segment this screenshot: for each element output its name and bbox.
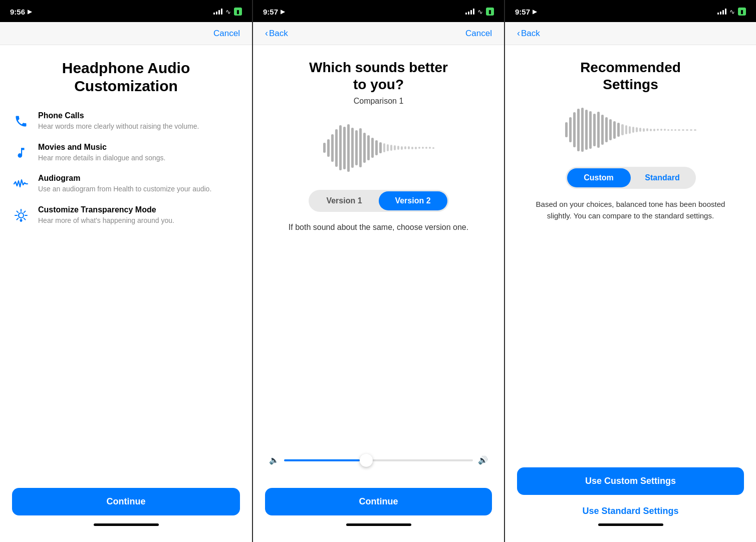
nav-bar-1: Cancel <box>0 22 252 45</box>
svg-line-6 <box>24 218 26 219</box>
volume-slider-track[interactable] <box>284 459 473 461</box>
comparison-hint: If both sound about the same, choose ver… <box>265 222 492 233</box>
svg-line-8 <box>17 218 19 219</box>
volume-slider-row: 🔈 🔊 <box>265 455 492 465</box>
status-icons-2: ∿ ▮ <box>465 8 494 16</box>
list-item: Movies and Music Hear more details in di… <box>12 143 240 163</box>
continue-button-1[interactable]: Continue <box>12 488 240 515</box>
feature-title-audiogram: Audiogram <box>38 174 211 183</box>
music-icon <box>12 144 30 162</box>
feature-desc-transparency: Hear more of what's happening around you… <box>38 216 174 226</box>
use-custom-settings-button[interactable]: Use Custom Settings <box>517 467 744 495</box>
location-icon-3: ▶ <box>533 8 537 15</box>
custom-toggle-button[interactable]: Custom <box>567 168 631 187</box>
screen2-title: Which sounds better to you? <box>265 59 492 93</box>
battery-icon-2: ▮ <box>486 8 494 16</box>
feature-text-audiogram: Audiogram Use an audiogram from Health t… <box>38 174 211 194</box>
status-time-1: 9:56 <box>10 8 25 16</box>
screen-3: 9:57 ▶ ∿ ▮ ‹ Back Recommende <box>504 0 756 542</box>
svg-point-9 <box>20 219 23 221</box>
wifi-icon-3: ∿ <box>729 8 735 16</box>
standard-toggle-button[interactable]: Standard <box>631 168 694 187</box>
screen2-content: Which sounds better to you? Comparison 1 <box>253 45 504 480</box>
phone-icon <box>12 112 30 130</box>
screen-1: 9:56 ▶ ∿ ▮ Cancel Headphone Audio Custom… <box>0 0 252 542</box>
status-time-3: 9:57 <box>515 8 530 16</box>
feature-text-phone: Phone Calls Hear words more clearly with… <box>38 111 199 132</box>
back-chevron-icon-2: ‹ <box>265 28 268 39</box>
settings-description: Based on your choices, balanced tone has… <box>517 199 744 221</box>
recommended-waveform <box>517 105 744 155</box>
signal-icon-2 <box>465 9 474 15</box>
volume-low-icon: 🔈 <box>269 455 279 465</box>
screen3-content: Recommended Settings <box>505 45 756 459</box>
svg-line-5 <box>17 211 19 212</box>
feature-desc-audiogram: Use an audiogram from Health to customiz… <box>38 184 211 194</box>
signal-icon-3 <box>717 9 726 15</box>
feature-title-phone: Phone Calls <box>38 111 199 120</box>
feature-title-music: Movies and Music <box>38 143 166 152</box>
home-indicator-3 <box>598 523 663 526</box>
screen-2: 9:57 ▶ ∿ ▮ ‹ Back Cancel Whic <box>252 0 504 542</box>
feature-text-transparency: Customize Transparency Mode Hear more of… <box>38 205 174 226</box>
status-bar-3: 9:57 ▶ ∿ ▮ <box>505 0 756 22</box>
list-item: Customize Transparency Mode Hear more of… <box>12 205 240 226</box>
battery-icon-3: ▮ <box>738 8 746 16</box>
cancel-button-1[interactable]: Cancel <box>213 29 240 39</box>
status-time-2: 9:57 <box>263 8 278 16</box>
home-indicator-1 <box>94 523 159 526</box>
volume-slider-fill <box>284 459 360 461</box>
status-icons-1: ∿ ▮ <box>213 8 242 16</box>
cancel-button-2[interactable]: Cancel <box>465 29 492 39</box>
svg-line-7 <box>24 211 26 212</box>
use-standard-settings-button[interactable]: Use Standard Settings <box>517 501 744 521</box>
back-button-2[interactable]: ‹ Back <box>265 28 288 39</box>
status-icons-3: ∿ ▮ <box>717 8 746 16</box>
volume-slider-thumb[interactable] <box>360 454 373 467</box>
waveform-visual <box>265 118 492 178</box>
location-icon-1: ▶ <box>28 8 32 15</box>
svg-point-0 <box>19 213 24 218</box>
feature-desc-phone: Hear words more clearly without raising … <box>38 122 199 132</box>
continue-button-2[interactable]: Continue <box>265 488 492 515</box>
status-bar-2: 9:57 ▶ ∿ ▮ <box>253 0 504 22</box>
transparency-icon <box>12 206 30 224</box>
home-indicator-2 <box>346 523 411 526</box>
comparison-label: Comparison 1 <box>265 97 492 106</box>
feature-text-music: Movies and Music Hear more details in di… <box>38 143 166 163</box>
waveform-bars <box>323 123 434 173</box>
battery-icon-1: ▮ <box>234 8 242 16</box>
wifi-icon-2: ∿ <box>477 8 483 16</box>
audiogram-icon <box>12 175 30 193</box>
setting-toggle: Custom Standard <box>566 167 696 189</box>
bottom-section-3: Use Custom Settings Use Standard Setting… <box>505 459 756 542</box>
bottom-section-1: Continue <box>0 480 252 542</box>
location-icon-2: ▶ <box>281 8 285 15</box>
volume-high-icon: 🔊 <box>478 455 488 465</box>
version1-button[interactable]: Version 1 <box>310 191 379 210</box>
screen3-title: Recommended Settings <box>517 59 744 93</box>
back-chevron-icon-3: ‹ <box>517 28 520 39</box>
feature-list: Phone Calls Hear words more clearly with… <box>12 111 240 470</box>
recommended-waveform-bars <box>565 107 696 152</box>
version2-button[interactable]: Version 2 <box>379 191 447 210</box>
status-bar-1: 9:56 ▶ ∿ ▮ <box>0 0 252 22</box>
wifi-icon-1: ∿ <box>225 8 231 16</box>
nav-bar-2: ‹ Back Cancel <box>253 22 504 45</box>
screen1-title: Headphone Audio Customization <box>12 59 240 95</box>
version-selector: Version 1 Version 2 <box>309 190 449 212</box>
feature-desc-music: Hear more details in dialogue and songs. <box>38 153 166 163</box>
list-item: Audiogram Use an audiogram from Health t… <box>12 174 240 194</box>
back-button-3[interactable]: ‹ Back <box>517 28 540 39</box>
screen1-content: Headphone Audio Customization Phone Call… <box>0 45 252 480</box>
list-item: Phone Calls Hear words more clearly with… <box>12 111 240 132</box>
nav-bar-3: ‹ Back <box>505 22 756 45</box>
bottom-section-2: Continue <box>253 480 504 542</box>
signal-icon-1 <box>213 9 222 15</box>
feature-title-transparency: Customize Transparency Mode <box>38 205 174 214</box>
